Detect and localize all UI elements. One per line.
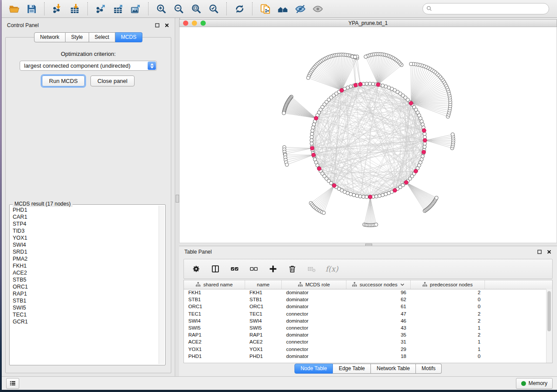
tab-mcds[interactable]: MCDS: [115, 32, 142, 42]
mcds-result-item[interactable]: PMA2: [13, 255, 157, 262]
table-row[interactable]: FKH1FKH1dominator962: [184, 289, 547, 296]
graph-node[interactable]: [384, 85, 387, 88]
cell-mcds_role[interactable]: connector: [282, 347, 346, 352]
graph-node[interactable]: [381, 84, 384, 87]
graph-node[interactable]: [368, 82, 372, 86]
show-panels-button[interactable]: [6, 378, 19, 389]
tab-select[interactable]: Select: [89, 32, 115, 42]
mcds-result-item[interactable]: CAR1: [13, 213, 157, 220]
gear-button[interactable]: [191, 264, 201, 274]
network-canvas[interactable]: [179, 27, 557, 243]
cell-successor_nodes[interactable]: 46: [346, 318, 411, 323]
cell-name[interactable]: SWI5: [245, 325, 282, 330]
tab-style[interactable]: Style: [66, 32, 89, 42]
mcds-result-item[interactable]: RAP1: [13, 290, 157, 297]
cell-successor_nodes[interactable]: 43: [346, 325, 411, 330]
cell-predecessor_nodes[interactable]: 1: [411, 347, 485, 352]
memory-button[interactable]: Memory: [516, 378, 553, 389]
close-panel-button[interactable]: [164, 23, 170, 28]
table-tab-network-table[interactable]: Network Table: [371, 364, 416, 374]
cell-mcds_role[interactable]: dominator: [282, 304, 346, 309]
cell-name[interactable]: SWI4: [245, 318, 282, 323]
graph-node[interactable]: [409, 62, 413, 66]
graph-hub-node[interactable]: [422, 128, 426, 132]
refresh-button[interactable]: [232, 1, 247, 16]
first-neighbors-button[interactable]: [275, 1, 291, 16]
cell-shared_name[interactable]: RAP1: [184, 332, 245, 337]
window-maximize-button[interactable]: [201, 21, 206, 26]
table-row[interactable]: ORC1ORC1dominator610: [184, 303, 547, 310]
graph-node[interactable]: [365, 82, 368, 86]
table-row[interactable]: SWI4SWI4dominator462: [184, 317, 547, 324]
search-input[interactable]: [422, 3, 549, 14]
graph-hub-node[interactable]: [340, 88, 344, 92]
mcds-result-item[interactable]: GCR1: [13, 318, 157, 325]
export-table-button[interactable]: [110, 1, 126, 16]
mcds-result-item[interactable]: PHD1: [13, 206, 157, 213]
export-image-button[interactable]: [128, 1, 143, 16]
graph-node[interactable]: [421, 155, 424, 158]
zoom-out-button[interactable]: [171, 1, 187, 16]
cell-mcds_role[interactable]: dominator: [282, 354, 346, 359]
table-tab-node-table[interactable]: Node Table: [294, 364, 333, 374]
cell-name[interactable]: PHD1: [245, 354, 282, 359]
cell-successor_nodes[interactable]: 31: [346, 339, 411, 344]
cell-mcds_role[interactable]: connector: [282, 339, 346, 344]
cell-successor_nodes[interactable]: 47: [346, 311, 411, 316]
window-minimize-button[interactable]: [192, 21, 197, 26]
save-session-button[interactable]: [24, 1, 39, 16]
graph-node[interactable]: [423, 132, 426, 136]
import-table-button[interactable]: [67, 1, 83, 16]
graph-node[interactable]: [311, 129, 314, 132]
graph-hub-node[interactable]: [368, 195, 372, 199]
graph-node[interactable]: [451, 133, 454, 136]
graph-node[interactable]: [365, 195, 368, 199]
mcds-result-item[interactable]: ORC1: [13, 283, 157, 290]
cell-mcds_role[interactable]: dominator: [282, 297, 346, 302]
graph-node[interactable]: [307, 76, 310, 79]
graph-hub-node[interactable]: [423, 138, 427, 142]
cell-predecessor_nodes[interactable]: 1: [411, 339, 485, 344]
cell-successor_nodes[interactable]: 96: [346, 290, 411, 295]
graph-hub-node[interactable]: [311, 153, 315, 157]
column-header-mcds-role[interactable]: MCDS role: [282, 280, 346, 289]
graph-node[interactable]: [353, 55, 357, 58]
graph-hub-node[interactable]: [314, 116, 318, 120]
import-network-button[interactable]: [49, 1, 65, 16]
table-row[interactable]: RAP1RAP1dominator352: [184, 331, 547, 338]
cell-successor_nodes[interactable]: 18: [346, 354, 411, 359]
cell-shared_name[interactable]: SWI4: [184, 318, 245, 323]
mcds-result-scrollbar[interactable]: [159, 206, 164, 364]
table-row[interactable]: SWI5SWI5connector431: [184, 324, 547, 331]
cell-successor_nodes[interactable]: 61: [346, 304, 411, 309]
graph-hub-node[interactable]: [317, 167, 321, 171]
graph-hub-node[interactable]: [358, 83, 362, 86]
select-all-button[interactable]: [229, 264, 240, 274]
graph-node[interactable]: [352, 193, 356, 197]
table-row[interactable]: TEC1TEC1connector472: [184, 310, 547, 317]
graph-node[interactable]: [282, 111, 286, 115]
clone-network-button[interactable]: [257, 1, 273, 16]
mcds-result-item[interactable]: FKH1: [13, 262, 157, 269]
cell-name[interactable]: RAP1: [245, 332, 282, 337]
cell-predecessor_nodes[interactable]: 2: [411, 290, 485, 295]
graph-node[interactable]: [285, 163, 289, 166]
cell-shared_name[interactable]: TEC1: [184, 311, 245, 316]
open-folder-button[interactable]: [6, 1, 22, 16]
cell-shared_name[interactable]: YOX1: [184, 347, 245, 352]
graph-node[interactable]: [374, 195, 378, 198]
zoom-selected-button[interactable]: [206, 1, 221, 16]
tab-network[interactable]: Network: [34, 32, 66, 42]
mcds-result-item[interactable]: TEC1: [13, 311, 157, 318]
table-tab-edge-table[interactable]: Edge Table: [333, 364, 371, 374]
window-close-button[interactable]: [183, 21, 188, 26]
cell-mcds_role[interactable]: dominator: [282, 318, 346, 323]
cell-shared_name[interactable]: PHD1: [184, 354, 245, 359]
table-scrollbar-thumb[interactable]: [547, 291, 551, 331]
graph-hub-node[interactable]: [353, 83, 357, 87]
cell-mcds_role[interactable]: connector: [282, 311, 346, 316]
graph-hub-node[interactable]: [422, 150, 426, 154]
graph-hub-node[interactable]: [376, 83, 380, 86]
table-tab-motifs[interactable]: Motifs: [416, 364, 442, 374]
graph-node[interactable]: [371, 82, 375, 86]
